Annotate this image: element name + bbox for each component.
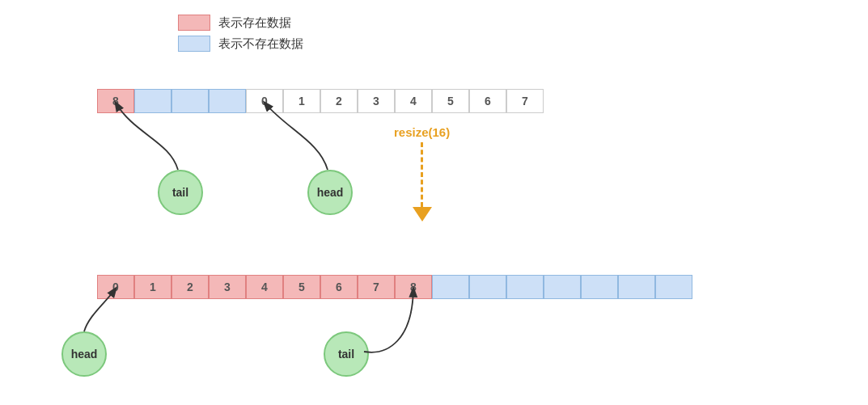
top-cell-7: 3: [358, 89, 395, 113]
bottom-cell-7: 7: [358, 275, 395, 299]
top-cell-6: 2: [320, 89, 358, 113]
top-cell-0: 8: [97, 89, 134, 113]
bottom-cell-6: 6: [320, 275, 358, 299]
legend-blue-box: [178, 36, 210, 52]
bottom-cell-14: [618, 275, 655, 299]
bottom-cell-10: [469, 275, 506, 299]
top-cell-9: 5: [432, 89, 469, 113]
tail-top-label: tail: [158, 170, 203, 215]
bottom-cell-0: 0: [97, 275, 134, 299]
top-cell-11: 7: [506, 89, 544, 113]
top-cell-4: 0: [246, 89, 283, 113]
resize-arrowhead: [413, 207, 432, 221]
bottom-cell-15: [655, 275, 692, 299]
bottom-cell-1: 1: [134, 275, 171, 299]
bottom-cell-8: 8: [395, 275, 432, 299]
top-cell-10: 6: [469, 89, 506, 113]
bottom-cell-9: [432, 275, 469, 299]
bottom-cell-12: [544, 275, 581, 299]
top-cell-8: 4: [395, 89, 432, 113]
legend-red: 表示存在数据: [178, 15, 303, 31]
top-array: 801234567: [97, 89, 544, 113]
tail-bottom-label: tail: [324, 331, 369, 377]
head-top-label: head: [307, 170, 353, 215]
top-cell-3: [209, 89, 246, 113]
bottom-cell-5: 5: [283, 275, 320, 299]
legend-blue-label: 表示不存在数据: [218, 36, 303, 52]
legend-red-box: [178, 15, 210, 31]
resize-label: resize(16): [394, 125, 450, 139]
legend-red-label: 表示存在数据: [218, 15, 291, 31]
legend-blue: 表示不存在数据: [178, 36, 303, 52]
head-bottom-label: head: [61, 331, 107, 377]
resize-arrow: resize(16): [394, 125, 450, 221]
top-cell-5: 1: [283, 89, 320, 113]
bottom-cell-2: 2: [171, 275, 209, 299]
top-cell-1: [134, 89, 171, 113]
bottom-cell-11: [506, 275, 544, 299]
bottom-cell-13: [581, 275, 618, 299]
bottom-array: 012345678: [97, 275, 692, 299]
legend: 表示存在数据 表示不存在数据: [178, 15, 303, 52]
top-cell-2: [171, 89, 209, 113]
resize-shaft: [421, 142, 423, 207]
bottom-cell-3: 3: [209, 275, 246, 299]
bottom-cell-4: 4: [246, 275, 283, 299]
